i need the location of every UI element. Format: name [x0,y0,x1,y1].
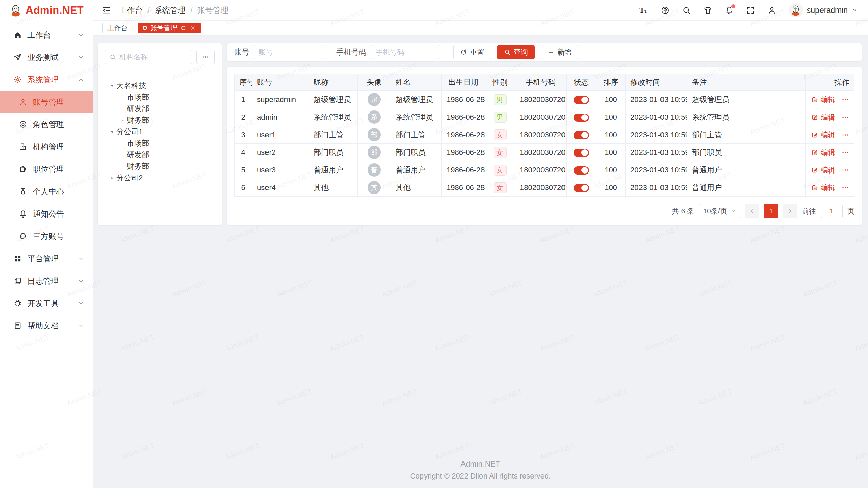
page-number-current[interactable]: 1 [764,204,778,218]
accounts-table: 序号账号昵称头像姓名出生日期性别手机号码状态排序修改时间备注操作 1 super… [234,74,854,197]
sidebar-item[interactable]: 帮助文档 [0,314,93,337]
edit-button[interactable]: 编辑 [811,95,835,104]
table-header: 序号账号昵称头像姓名出生日期性别手机号码状态排序修改时间备注操作 [235,74,854,91]
grid-icon [13,254,22,263]
notification-badge [731,4,735,8]
menu-fold-icon[interactable] [102,5,112,15]
status-toggle[interactable] [574,149,589,157]
prev-page-button[interactable] [745,204,759,218]
tree-node[interactable]: 市场部 [101,92,218,103]
sidebar-item[interactable]: 系统管理 [0,68,93,91]
goto-page-input[interactable] [821,204,843,218]
edit-button[interactable]: 编辑 [811,113,835,122]
tree-caret-expanded-icon[interactable] [108,82,116,90]
next-page-button[interactable] [783,204,797,218]
sidebar-item[interactable]: 工作台 [0,24,93,46]
org-icon [19,142,27,151]
logo[interactable]: Admin.NET [0,0,93,21]
tree-caret-collapsed-icon[interactable] [118,116,127,125]
sidebar-item[interactable]: 个人中心 [0,180,93,203]
font-size-icon[interactable]: TT [639,6,648,15]
sidebar-item[interactable]: 日志管理 [0,270,93,292]
query-button[interactable]: 查询 [497,45,535,59]
sidebar-item[interactable]: 三方账号 [0,225,93,247]
sidebar-item[interactable]: 机构管理 [0,136,93,158]
tree-node[interactable]: 研发部 [101,103,218,115]
search-icon [109,54,116,61]
chat-icon [19,232,27,241]
phone-input[interactable] [371,45,440,59]
account-input[interactable] [254,45,323,59]
org-tree-more-button[interactable] [196,50,215,64]
cell-sort: 100 [596,91,626,108]
column-header: 状态 [567,74,596,91]
tree-node[interactable]: 研发部 [101,149,218,161]
cell-status [567,161,596,179]
add-button[interactable]: 新增 [541,45,578,59]
table-row: 6 user4 其他 其 其他 1986-06-28 女 18020030720… [235,179,854,197]
tree-node[interactable]: 财务部 [101,115,218,126]
person-icon[interactable] [767,6,776,15]
table-row: 3 user1 部门主管 部 部门主管 1986-06-28 女 1802003… [235,126,854,144]
tree-caret-collapsed-icon[interactable] [108,174,116,182]
column-header: 头像 [358,74,391,91]
fullscreen-icon[interactable] [746,6,755,15]
status-toggle[interactable] [574,131,589,139]
sidebar-item[interactable]: 角色管理 [0,113,93,136]
edit-button[interactable]: 编辑 [811,130,835,140]
status-toggle[interactable] [574,96,589,104]
tab-close-icon[interactable] [190,25,196,31]
tab-refresh-icon[interactable] [180,25,186,31]
org-search-input[interactable] [119,53,188,61]
edit-button[interactable]: 编辑 [811,148,835,157]
edit-button[interactable]: 编辑 [811,183,835,192]
phone-label: 手机号码 [336,47,366,57]
filter-bar: 账号 手机号码 重置 [227,43,862,61]
reset-button[interactable]: 重置 [453,45,491,59]
status-toggle[interactable] [574,184,589,192]
sidebar-item[interactable]: 账号管理 [0,91,93,113]
sidebar-item[interactable]: 业务测试 [0,46,93,68]
tree-caret-expanded-icon[interactable] [108,128,116,136]
cell-avatar: 其 [358,179,391,197]
row-more-button[interactable] [841,184,849,192]
column-header: 手机号码 [515,74,567,91]
sidebar-item[interactable]: 职位管理 [0,158,93,180]
status-toggle[interactable] [574,166,589,175]
sidebar-item[interactable]: 通知公告 [0,203,93,225]
bell-icon[interactable] [725,6,734,15]
row-more-button[interactable] [841,131,849,139]
cell-name: 普通用户 [391,161,442,179]
row-more-button[interactable] [841,148,849,157]
cell-modified: 2023-01-03 10:59:44 [626,179,687,197]
tree-node[interactable]: 分公司1 [101,126,218,138]
edit-icon [811,114,818,121]
cell-remark: 部门主管 [687,126,806,144]
sidebar-item[interactable]: 开发工具 [0,292,93,314]
search-icon[interactable] [682,6,691,15]
tab-active[interactable]: 账号管理 [138,23,201,33]
row-more-button[interactable] [841,166,849,174]
row-more-button[interactable] [841,96,849,104]
edit-button[interactable]: 编辑 [811,165,835,175]
tree-node[interactable]: 分公司2 [101,172,218,184]
tree-node[interactable]: 市场部 [101,138,218,149]
language-icon[interactable] [660,6,670,15]
chevron-right-icon [787,208,793,214]
breadcrumb-item[interactable]: 系统管理 [154,5,185,16]
tree-node[interactable]: 财务部 [101,161,218,172]
theme-icon[interactable] [703,6,712,15]
tree-node[interactable]: 大名科技 [101,80,218,92]
footer-app-name: Admin.NET [93,460,868,469]
status-toggle[interactable] [574,114,589,122]
avatar [789,3,803,17]
tab[interactable]: 工作台 [102,23,133,33]
cell-sort: 100 [596,144,626,161]
sidebar-item[interactable]: 平台管理 [0,247,93,270]
page-size-select[interactable]: 10条/页 [699,204,740,218]
user-menu[interactable]: superadmin [789,3,858,17]
username: superadmin [807,6,848,15]
cell-avatar: 超 [358,91,391,108]
row-more-button[interactable] [841,113,849,121]
breadcrumb-item[interactable]: 工作台 [119,5,143,16]
